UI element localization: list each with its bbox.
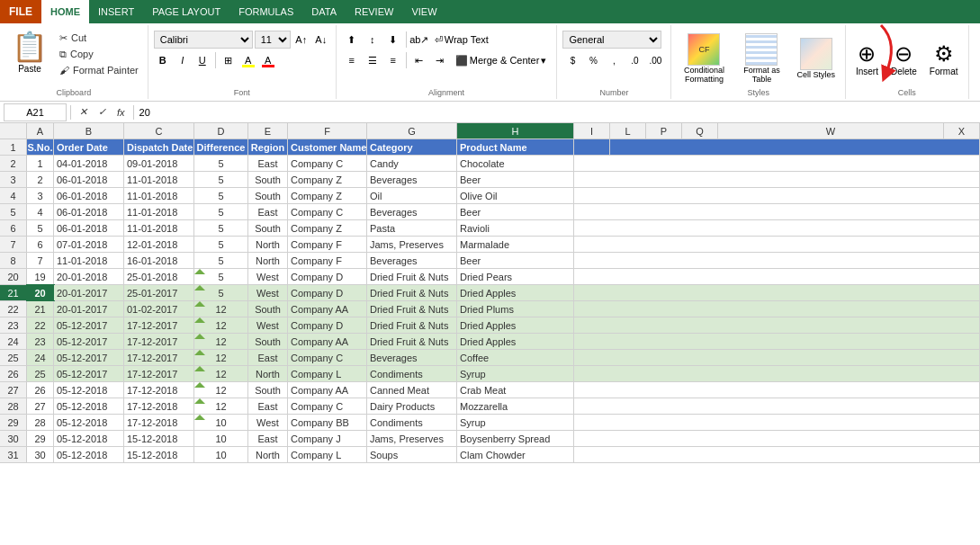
cell-e5[interactable]: East (248, 204, 288, 219)
cell-f27[interactable]: Company AA (288, 382, 367, 398)
cell-g23[interactable]: Dried Fruit & Nuts (367, 317, 457, 333)
cell-rest3[interactable] (574, 172, 980, 187)
decrease-indent-button[interactable]: ⇤ (409, 51, 429, 69)
cell-f1[interactable]: Customer Name (288, 139, 367, 155)
cell-b8[interactable]: 11-01-2018 (54, 253, 124, 268)
cell-c5[interactable]: 11-01-2018 (124, 204, 194, 219)
cell-e26[interactable]: North (248, 366, 288, 381)
cell-d2[interactable]: 5 (194, 156, 248, 171)
cell-g26[interactable]: Condiments (367, 366, 457, 381)
row-num-3[interactable]: 3 (0, 172, 27, 187)
cell-d6[interactable]: 5 (194, 220, 248, 236)
cell-e6[interactable]: South (248, 220, 288, 236)
cell-g2[interactable]: Candy (367, 156, 457, 171)
cell-e7[interactable]: North (248, 237, 288, 252)
align-left-button[interactable]: ≡ (342, 51, 362, 69)
cell-h25[interactable]: Coffee (457, 350, 574, 365)
cell-rest24[interactable] (574, 334, 980, 349)
cell-b23[interactable]: 05-12-2017 (54, 317, 124, 333)
cell-e27[interactable]: South (248, 382, 288, 398)
cell-c24[interactable]: 17-12-2017 (124, 334, 194, 349)
cell-e24[interactable]: South (248, 334, 288, 349)
cell-rest23[interactable] (574, 317, 980, 333)
paste-button[interactable]: 📋 Paste (5, 27, 54, 76)
cell-c3[interactable]: 11-01-2018 (124, 172, 194, 187)
cell-c6[interactable]: 11-01-2018 (124, 220, 194, 236)
col-header-p[interactable]: P (646, 123, 682, 138)
cell-h31[interactable]: Clam Chowder (457, 447, 574, 462)
cell-d25[interactable]: 12 (194, 350, 248, 365)
cell-a28[interactable]: 27 (27, 398, 54, 414)
cell-e28[interactable]: East (248, 398, 288, 414)
cell-g31[interactable]: Soups (367, 447, 457, 462)
cell-rest22[interactable] (574, 301, 980, 317)
cell-h27[interactable]: Crab Meat (457, 382, 574, 398)
cell-h5[interactable]: Beer (457, 204, 574, 219)
cell-e4[interactable]: South (248, 188, 288, 203)
cell-c22[interactable]: 01-02-2017 (124, 301, 194, 317)
cell-b6[interactable]: 06-01-2018 (54, 220, 124, 236)
cell-f26[interactable]: Company L (288, 366, 367, 381)
cell-g27[interactable]: Canned Meat (367, 382, 457, 398)
row-num-8[interactable]: 8 (0, 253, 27, 268)
conditional-formatting-button[interactable]: CF Conditional Formatting (677, 31, 731, 86)
cell-a2[interactable]: 1 (27, 156, 54, 171)
row-num-28[interactable]: 28 (0, 398, 27, 414)
cell-a29[interactable]: 28 (27, 415, 54, 430)
col-header-f[interactable]: F (288, 123, 367, 138)
cell-g20[interactable]: Dried Fruit & Nuts (367, 269, 457, 284)
cell-e8[interactable]: North (248, 253, 288, 268)
cell-e3[interactable]: South (248, 172, 288, 187)
col-header-l[interactable]: L (610, 123, 646, 138)
col-header-b[interactable]: B (54, 123, 124, 138)
increase-decimal-button[interactable]: .0 (625, 51, 644, 69)
cell-a25[interactable]: 24 (27, 350, 54, 365)
cell-g4[interactable]: Oil (367, 188, 457, 203)
align-bottom-button[interactable]: ⬇ (383, 31, 403, 49)
cell-a24[interactable]: 23 (27, 334, 54, 349)
orientation-button[interactable]: ab↗ (409, 31, 429, 49)
cell-e23[interactable]: West (248, 317, 288, 333)
cell-f2[interactable]: Company C (288, 156, 367, 171)
cell-h1[interactable]: Product Name (457, 139, 574, 155)
cell-g7[interactable]: Jams, Preserves (367, 237, 457, 252)
cell-b22[interactable]: 20-01-2017 (54, 301, 124, 317)
cell-rest2[interactable] (574, 156, 980, 171)
align-center-button[interactable]: ☰ (363, 51, 382, 69)
cell-d28[interactable]: 12 (194, 398, 248, 414)
cell-rest21[interactable] (574, 285, 980, 300)
row-num-2[interactable]: 2 (0, 156, 27, 171)
cell-rest6[interactable] (574, 220, 980, 236)
cell-c25[interactable]: 17-12-2017 (124, 350, 194, 365)
cell-b3[interactable]: 06-01-2018 (54, 172, 124, 187)
cell-d27[interactable]: 12 (194, 382, 248, 398)
row-num-4[interactable]: 4 (0, 188, 27, 203)
cell-c8[interactable]: 16-01-2018 (124, 253, 194, 268)
cell-h24[interactable]: Dried Apples (457, 334, 574, 349)
cell-b20[interactable]: 20-01-2018 (54, 269, 124, 284)
cell-h22[interactable]: Dried Plums (457, 301, 574, 317)
row-num-7[interactable]: 7 (0, 237, 27, 252)
cell-d1[interactable]: Difference (194, 139, 248, 155)
cell-b5[interactable]: 06-01-2018 (54, 204, 124, 219)
row-num-20[interactable]: 20 (0, 269, 27, 284)
align-right-button[interactable]: ≡ (383, 51, 403, 69)
merge-center-button[interactable]: ⬛ Merge & Center ▾ (451, 51, 552, 69)
cell-c20[interactable]: 25-01-2018 (124, 269, 194, 284)
tab-formulas[interactable]: FORMULAS (229, 0, 302, 23)
align-middle-button[interactable]: ↕ (363, 31, 382, 49)
cell-f24[interactable]: Company AA (288, 334, 367, 349)
col-header-a[interactable]: A (27, 123, 54, 138)
col-header-x[interactable]: X (944, 123, 980, 138)
cell-f21[interactable]: Company D (288, 285, 367, 300)
row-num-30[interactable]: 30 (0, 431, 27, 446)
cell-a8[interactable]: 7 (27, 253, 54, 268)
cell-b21[interactable]: 20-01-2017 (54, 285, 124, 300)
cell-f6[interactable]: Company Z (288, 220, 367, 236)
tab-review[interactable]: REVIEW (346, 0, 402, 23)
cell-a20[interactable]: 19 (27, 269, 54, 284)
cell-f4[interactable]: Company Z (288, 188, 367, 203)
name-box[interactable] (4, 103, 67, 121)
col-header-w[interactable]: W (718, 123, 944, 138)
row-num-22[interactable]: 22 (0, 301, 27, 317)
